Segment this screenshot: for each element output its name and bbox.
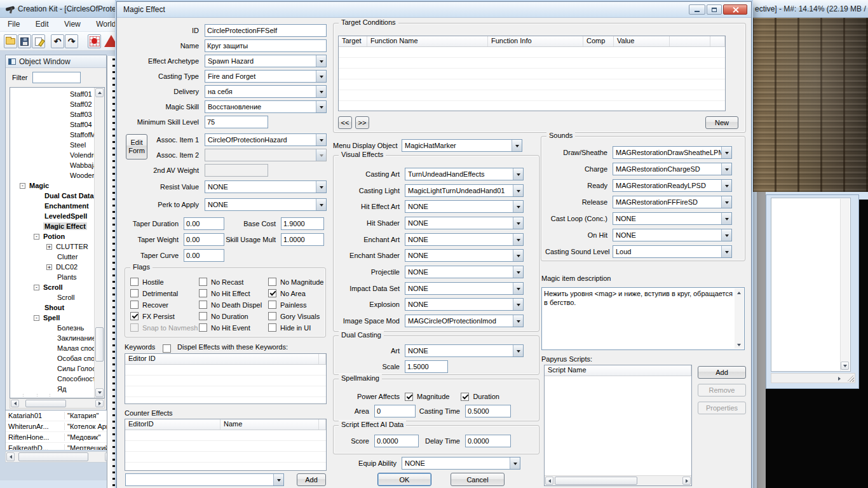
conditions-table[interactable]: Target Function Name Function Info Comp …	[338, 36, 726, 111]
tree-item[interactable]: Shout	[10, 302, 94, 313]
tree-item[interactable]: - Potion	[10, 231, 94, 241]
flag-checkbox[interactable]: No Duration	[199, 312, 269, 320]
tree-item[interactable]: - Magic	[10, 180, 94, 191]
tree-expander-icon[interactable]: -	[34, 315, 39, 321]
ok-button[interactable]: OK	[377, 473, 431, 486]
list-item[interactable]: Katariah01 "Катария"	[6, 410, 114, 421]
on-hit-dropdown[interactable]: NONE	[613, 229, 732, 241]
minimum-skill-level-input[interactable]	[205, 116, 268, 128]
tree-item[interactable]: Plants	[10, 272, 94, 282]
resize-grip[interactable]	[848, 376, 854, 382]
scrollbar-thumb[interactable]	[555, 477, 637, 485]
tree-item[interactable]: Яд	[10, 384, 94, 394]
image-space-mod-dropdown[interactable]: MAGCircleOfProtectionImod	[405, 315, 524, 327]
tree-item[interactable]: LeveledSpell	[10, 211, 94, 221]
form-list-horizontal-scrollbar[interactable]	[5, 451, 114, 463]
flag-checkbox[interactable]: No Hit Event	[199, 323, 269, 332]
keywords-list[interactable]: Editor ID	[125, 353, 327, 404]
scrollbar-thumb[interactable]	[95, 327, 104, 362]
hit-shader-dropdown[interactable]: NONE	[405, 217, 524, 229]
equip-ability-dropdown[interactable]: NONE	[402, 457, 520, 470]
tree-horizontal-scrollbar[interactable]	[10, 398, 105, 409]
flag-checkbox[interactable]: Hostile	[130, 278, 196, 286]
flag-checkbox[interactable]: Hide in UI	[268, 323, 325, 332]
list-item[interactable]: FalkreathD... "Мертвецкий ме	[6, 443, 114, 450]
tree-vertical-scrollbar[interactable]	[94, 88, 104, 398]
navmesh-button[interactable]	[88, 34, 101, 48]
save-button[interactable]	[18, 34, 31, 48]
projectile-dropdown[interactable]: NONE	[405, 266, 524, 278]
preview-vertical-scrollbar[interactable]	[840, 199, 850, 370]
list-item[interactable]: WhiterunAr... "Котелок Аркад	[6, 421, 114, 432]
tree-item[interactable]: Dual Cast Data	[10, 191, 94, 201]
flag-checkbox[interactable]: Snap to Navmesh	[130, 323, 196, 332]
casting-art-dropdown[interactable]: TurnUndeadHandEffects	[405, 168, 524, 180]
casting-light-dropdown[interactable]: MagicLightTurnUndeadHand01	[405, 184, 524, 197]
duration-checkbox[interactable]: Duration	[461, 393, 499, 401]
tree-item[interactable]: Volendrung	[10, 150, 94, 160]
cond-header-function-info[interactable]: Function Info	[488, 36, 583, 46]
cond-header-value[interactable]: Value	[614, 36, 670, 46]
dispel-keywords-checkbox[interactable]	[163, 344, 171, 353]
condition-prev-button[interactable]: <<	[338, 116, 352, 129]
papyrus-add-button[interactable]: Add	[698, 366, 746, 379]
casting-type-dropdown[interactable]: Fire and Forget	[205, 70, 327, 83]
tree-item[interactable]: + CLUTTER	[10, 241, 94, 252]
dual-casting-scale-input[interactable]	[405, 360, 448, 373]
scroll-right-button[interactable]	[682, 477, 691, 485]
assoc-item-1-dropdown[interactable]: CircleOfProtectionHazard	[205, 133, 327, 146]
enchant-shader-dropdown[interactable]: NONE	[405, 249, 524, 262]
enchant-art-dropdown[interactable]: NONE	[405, 233, 524, 246]
tree-expander-icon[interactable]: +	[46, 264, 52, 270]
id-input[interactable]	[205, 24, 327, 37]
list-item[interactable]: RiftenHone... "Медовик"	[6, 432, 114, 443]
tree-item[interactable]: - Scroll	[10, 282, 94, 292]
papyrus-header[interactable]: Script Name	[545, 365, 691, 376]
hit-effect-art-dropdown[interactable]: NONE	[405, 200, 524, 213]
keywords-header[interactable]: Editor ID	[125, 354, 319, 364]
dual-casting-art-dropdown[interactable]: NONE	[405, 344, 524, 357]
scroll-down-button[interactable]	[735, 341, 743, 349]
preferences-button[interactable]	[32, 34, 45, 48]
tree-item[interactable]: Особая способ	[10, 353, 94, 363]
papyrus-horizontal-scrollbar[interactable]	[545, 475, 691, 485]
release-dropdown[interactable]: MAGRestorationFFFireSD	[613, 196, 732, 208]
delay-time-input[interactable]	[465, 435, 511, 447]
undo-button[interactable]: ↶	[51, 34, 64, 48]
menu-file[interactable]: File	[3, 18, 25, 30]
scroll-left-button[interactable]	[6, 452, 15, 461]
tree-item[interactable]: Staff04	[10, 119, 94, 130]
scroll-left-button[interactable]	[11, 400, 19, 407]
tree-item[interactable]: StaffofMagn	[10, 130, 94, 140]
magic-item-description-textarea[interactable]: Нежить уровня <mag> и ниже, вступив в кр…	[541, 287, 745, 350]
cond-header-comp[interactable]: Comp	[583, 36, 614, 46]
flag-checkbox[interactable]: No Recast	[199, 278, 269, 286]
counter-header-name[interactable]: Name	[220, 419, 319, 430]
perk-to-apply-dropdown[interactable]: NONE	[205, 198, 327, 211]
tree-item[interactable]: Болезнь	[10, 323, 94, 333]
condition-new-button[interactable]: New	[705, 116, 738, 129]
maximize-button[interactable]	[707, 4, 722, 15]
scroll-right-button[interactable]	[95, 400, 104, 407]
scroll-right-button[interactable]	[836, 375, 843, 383]
magic-skill-dropdown[interactable]: Восстановление	[205, 100, 327, 113]
tree-item[interactable]: Scroll	[10, 292, 94, 302]
open-folder-button[interactable]	[4, 34, 17, 48]
filter-input[interactable]	[32, 72, 81, 83]
tree-item[interactable]: Заклинание	[10, 333, 94, 343]
counter-header-editorid[interactable]: EditorID	[125, 419, 220, 430]
scroll-left-button[interactable]	[545, 477, 553, 485]
redo-button[interactable]: ↷	[65, 34, 78, 48]
scroll-up-button[interactable]	[95, 88, 104, 97]
description-scrollbar[interactable]	[735, 288, 743, 349]
taper-curve-input[interactable]	[184, 249, 224, 262]
scroll-down-button[interactable]	[841, 362, 849, 370]
flag-checkbox[interactable]: No Death Dispel	[199, 301, 269, 309]
skill-usage-mult-input[interactable]	[281, 233, 324, 246]
flag-checkbox[interactable]: No Magnitude	[268, 278, 325, 286]
tree-item[interactable]: Силы Голоса	[10, 363, 94, 374]
counter-effect-dropdown[interactable]	[125, 473, 284, 486]
cond-header-target[interactable]: Target	[339, 36, 367, 46]
tree-item[interactable]: + DLC02	[10, 262, 94, 272]
menu-view[interactable]: View	[59, 18, 86, 30]
